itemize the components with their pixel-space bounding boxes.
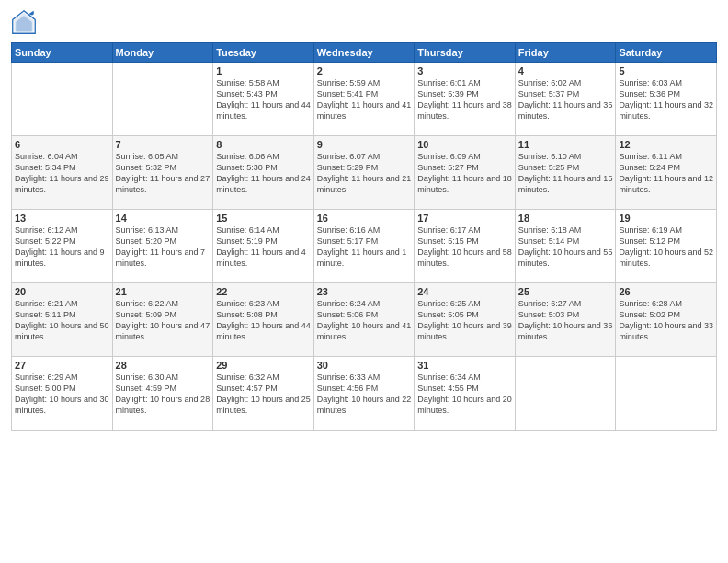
day-cell: 18Sunrise: 6:18 AM Sunset: 5:14 PM Dayli… [515,210,616,283]
day-cell: 4Sunrise: 6:02 AM Sunset: 5:37 PM Daylig… [515,63,616,136]
day-cell: 8Sunrise: 6:06 AM Sunset: 5:30 PM Daylig… [213,136,314,210]
day-number: 8 [216,139,311,150]
header [11,9,717,35]
day-cell [112,63,213,136]
day-cell: 23Sunrise: 6:24 AM Sunset: 5:06 PM Dayli… [313,283,415,357]
day-number: 13 [15,213,109,224]
day-number: 2 [317,65,412,76]
day-number: 18 [518,213,613,224]
col-header-wednesday: Wednesday [313,43,415,63]
day-info: Sunrise: 6:16 AM Sunset: 5:17 PM Dayligh… [317,224,412,270]
day-number: 15 [216,213,311,224]
day-info: Sunrise: 6:07 AM Sunset: 5:29 PM Dayligh… [317,151,412,196]
day-number: 22 [216,286,311,297]
day-number: 6 [15,139,109,150]
week-row-1: 1Sunrise: 5:58 AM Sunset: 5:43 PM Daylig… [12,63,717,136]
day-info: Sunrise: 6:33 AM Sunset: 4:56 PM Dayligh… [317,372,412,417]
day-number: 10 [417,139,512,150]
day-info: Sunrise: 6:19 AM Sunset: 5:12 PM Dayligh… [619,224,713,270]
day-number: 24 [417,286,512,297]
day-number: 19 [619,213,713,224]
day-cell: 29Sunrise: 6:32 AM Sunset: 4:57 PM Dayli… [213,357,314,431]
day-cell: 12Sunrise: 6:11 AM Sunset: 5:24 PM Dayli… [616,136,717,210]
day-info: Sunrise: 6:10 AM Sunset: 5:25 PM Dayligh… [518,151,613,196]
calendar-table: SundayMondayTuesdayWednesdayThursdayFrid… [11,42,717,431]
day-info: Sunrise: 6:23 AM Sunset: 5:08 PM Dayligh… [216,298,311,343]
day-number: 31 [417,360,512,371]
day-cell: 10Sunrise: 6:09 AM Sunset: 5:27 PM Dayli… [415,136,516,210]
day-info: Sunrise: 5:58 AM Sunset: 5:43 PM Dayligh… [216,77,311,122]
day-number: 25 [518,286,613,297]
week-row-5: 27Sunrise: 6:29 AM Sunset: 5:00 PM Dayli… [12,357,717,431]
day-number: 12 [619,139,713,150]
day-info: Sunrise: 6:25 AM Sunset: 5:05 PM Dayligh… [417,298,512,343]
col-header-thursday: Thursday [415,43,516,63]
day-cell: 14Sunrise: 6:13 AM Sunset: 5:20 PM Dayli… [112,210,213,283]
day-info: Sunrise: 6:01 AM Sunset: 5:39 PM Dayligh… [417,77,512,122]
day-info: Sunrise: 6:09 AM Sunset: 5:27 PM Dayligh… [417,151,512,196]
day-cell: 16Sunrise: 6:16 AM Sunset: 5:17 PM Dayli… [313,210,415,283]
col-header-tuesday: Tuesday [213,43,314,63]
day-info: Sunrise: 6:17 AM Sunset: 5:15 PM Dayligh… [417,224,512,270]
day-info: Sunrise: 6:04 AM Sunset: 5:34 PM Dayligh… [15,151,109,196]
day-cell: 24Sunrise: 6:25 AM Sunset: 5:05 PM Dayli… [415,283,516,357]
day-info: Sunrise: 6:11 AM Sunset: 5:24 PM Dayligh… [619,151,713,196]
header-row: SundayMondayTuesdayWednesdayThursdayFrid… [12,43,717,63]
day-cell: 20Sunrise: 6:21 AM Sunset: 5:11 PM Dayli… [12,283,113,357]
day-number: 1 [216,65,311,76]
day-info: Sunrise: 6:29 AM Sunset: 5:00 PM Dayligh… [15,372,109,417]
day-cell: 7Sunrise: 6:05 AM Sunset: 5:32 PM Daylig… [112,136,213,210]
day-number: 28 [116,360,210,371]
day-cell: 13Sunrise: 6:12 AM Sunset: 5:22 PM Dayli… [12,210,113,283]
day-info: Sunrise: 6:22 AM Sunset: 5:09 PM Dayligh… [116,298,210,343]
day-number: 5 [619,65,713,76]
day-number: 9 [317,139,412,150]
day-info: Sunrise: 6:21 AM Sunset: 5:11 PM Dayligh… [15,298,109,343]
day-cell [12,63,113,136]
day-cell: 25Sunrise: 6:27 AM Sunset: 5:03 PM Dayli… [515,283,616,357]
col-header-friday: Friday [515,43,616,63]
day-cell: 27Sunrise: 6:29 AM Sunset: 5:00 PM Dayli… [12,357,113,431]
day-cell: 6Sunrise: 6:04 AM Sunset: 5:34 PM Daylig… [12,136,113,210]
day-cell [515,357,616,431]
day-cell: 26Sunrise: 6:28 AM Sunset: 5:02 PM Dayli… [616,283,717,357]
day-number: 29 [216,360,311,371]
day-info: Sunrise: 6:34 AM Sunset: 4:55 PM Dayligh… [417,372,512,417]
week-row-3: 13Sunrise: 6:12 AM Sunset: 5:22 PM Dayli… [12,210,717,283]
day-number: 23 [317,286,412,297]
col-header-sunday: Sunday [12,43,113,63]
day-cell: 22Sunrise: 6:23 AM Sunset: 5:08 PM Dayli… [213,283,314,357]
logo-icon [11,9,37,35]
day-info: Sunrise: 6:28 AM Sunset: 5:02 PM Dayligh… [619,298,713,343]
day-cell: 5Sunrise: 6:03 AM Sunset: 5:36 PM Daylig… [616,63,717,136]
day-info: Sunrise: 6:32 AM Sunset: 4:57 PM Dayligh… [216,372,311,417]
day-info: Sunrise: 5:59 AM Sunset: 5:41 PM Dayligh… [317,77,412,122]
day-cell: 9Sunrise: 6:07 AM Sunset: 5:29 PM Daylig… [313,136,415,210]
day-cell: 21Sunrise: 6:22 AM Sunset: 5:09 PM Dayli… [112,283,213,357]
day-cell: 19Sunrise: 6:19 AM Sunset: 5:12 PM Dayli… [616,210,717,283]
day-number: 20 [15,286,109,297]
day-number: 4 [518,65,613,76]
day-cell [616,357,717,431]
day-cell: 30Sunrise: 6:33 AM Sunset: 4:56 PM Dayli… [313,357,415,431]
day-cell: 2Sunrise: 5:59 AM Sunset: 5:41 PM Daylig… [313,63,415,136]
day-number: 14 [116,213,210,224]
day-number: 26 [619,286,713,297]
day-info: Sunrise: 6:27 AM Sunset: 5:03 PM Dayligh… [518,298,613,343]
day-cell: 17Sunrise: 6:17 AM Sunset: 5:15 PM Dayli… [415,210,516,283]
day-cell: 11Sunrise: 6:10 AM Sunset: 5:25 PM Dayli… [515,136,616,210]
day-cell: 28Sunrise: 6:30 AM Sunset: 4:59 PM Dayli… [112,357,213,431]
col-header-saturday: Saturday [616,43,717,63]
day-number: 27 [15,360,109,371]
day-info: Sunrise: 6:13 AM Sunset: 5:20 PM Dayligh… [116,224,210,270]
day-info: Sunrise: 6:03 AM Sunset: 5:36 PM Dayligh… [619,77,713,122]
day-number: 16 [317,213,412,224]
day-number: 11 [518,139,613,150]
day-info: Sunrise: 6:12 AM Sunset: 5:22 PM Dayligh… [15,224,109,270]
week-row-4: 20Sunrise: 6:21 AM Sunset: 5:11 PM Dayli… [12,283,717,357]
day-info: Sunrise: 6:05 AM Sunset: 5:32 PM Dayligh… [116,151,210,196]
day-cell: 1Sunrise: 5:58 AM Sunset: 5:43 PM Daylig… [213,63,314,136]
day-cell: 15Sunrise: 6:14 AM Sunset: 5:19 PM Dayli… [213,210,314,283]
day-info: Sunrise: 6:18 AM Sunset: 5:14 PM Dayligh… [518,224,613,270]
day-number: 30 [317,360,412,371]
